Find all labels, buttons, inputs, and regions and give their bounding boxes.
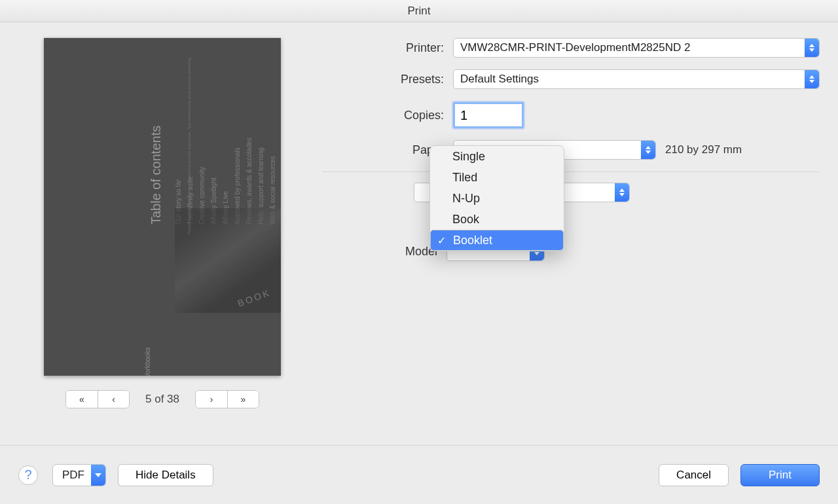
paper-dimensions: 210 by 297 mm	[665, 143, 742, 156]
dropdown-arrows-icon	[615, 183, 629, 202]
page-counter: 5 of 38	[145, 393, 179, 406]
copies-input[interactable]	[453, 102, 524, 128]
first-page-button[interactable]: «	[66, 391, 98, 408]
presets-label: Presets:	[322, 73, 453, 86]
print-preview: Table of contents Our story so farThe Af…	[18, 38, 306, 436]
preview-blurb: Portrait-mode spread content rotated for…	[187, 38, 192, 234]
divider	[322, 171, 820, 172]
model-option-booklet[interactable]: Booklet	[430, 230, 564, 251]
dropdown-arrows-icon	[805, 39, 819, 57]
cancel-button[interactable]: Cancel	[659, 464, 729, 486]
model-option-n-up[interactable]: N-Up	[430, 188, 564, 209]
copies-label: Copies:	[322, 109, 453, 122]
toc-item: Creative community	[196, 54, 208, 225]
toc-item: Our story so far	[173, 54, 185, 225]
toc-item: Affinity Live	[220, 54, 232, 225]
dropdown-arrows-icon	[805, 70, 819, 88]
print-button[interactable]: Print	[740, 464, 820, 486]
model-option-single[interactable]: Single	[430, 146, 564, 167]
hide-details-button[interactable]: Hide Details	[118, 464, 213, 486]
toc-heading: Table of contents	[149, 54, 164, 225]
presets-value: Default Settings	[460, 73, 539, 86]
help-button[interactable]: ?	[18, 465, 38, 485]
printer-select[interactable]: VMW28CMR-PRINT-DevelopmentM2825ND 2	[453, 38, 820, 58]
preview-photo-label: BOOK	[236, 287, 272, 309]
dialog-content: Table of contents Our story so farThe Af…	[0, 22, 838, 436]
chevron-down-icon	[91, 465, 105, 486]
pdf-menu-button[interactable]: PDF	[52, 464, 106, 486]
toc-item: Reviews, awards & accolades	[244, 54, 255, 225]
preview-page: Table of contents Our story so farThe Af…	[44, 38, 281, 376]
toc-item: Approved by professionals	[232, 54, 244, 225]
window-title: Print	[408, 5, 431, 17]
model-label: Model	[322, 245, 446, 259]
preview-pager: « ‹ 5 of 38 › »	[65, 390, 259, 408]
model-dropdown-menu[interactable]: SingleTiledN-UpBookBooklet	[429, 145, 564, 251]
preview-workbooks-label: Workbooks	[144, 348, 151, 376]
pdf-label: PDF	[62, 469, 84, 482]
next-page-button[interactable]: ›	[196, 391, 227, 408]
toc-item: Official Workbooks	[279, 54, 281, 225]
toc-item: Affinity Spotlight	[208, 54, 220, 225]
dropdown-arrows-icon	[641, 141, 655, 159]
prev-page-button[interactable]: ‹	[98, 391, 129, 408]
model-option-tiled[interactable]: Tiled	[430, 167, 564, 188]
printer-label: Printer:	[322, 41, 453, 55]
dialog-bottom-bar: ? PDF Hide Details Cancel Print	[0, 445, 838, 504]
printer-value: VMW28CMR-PRINT-DevelopmentM2825ND 2	[460, 41, 690, 54]
toc-item: Web & social resources	[267, 54, 279, 225]
toc-item: Help, support and learning	[255, 54, 267, 225]
presets-select[interactable]: Default Settings	[453, 69, 820, 89]
model-option-book[interactable]: Book	[430, 209, 564, 230]
last-page-button[interactable]: »	[227, 391, 259, 408]
window-titlebar: Print	[0, 0, 838, 22]
